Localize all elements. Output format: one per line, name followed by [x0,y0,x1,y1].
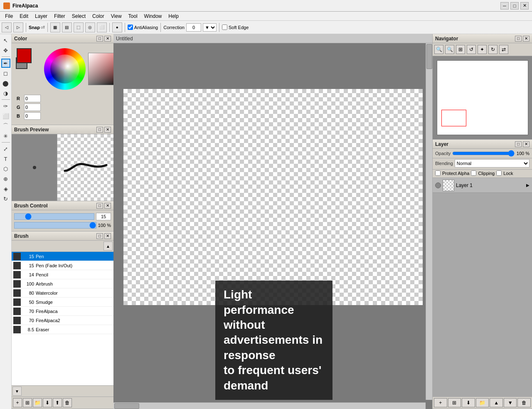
color-gradient-box[interactable] [88,53,113,85]
menu-help[interactable]: Help [165,12,182,20]
lock-checkbox[interactable] [496,170,502,176]
toolbar-forward-button[interactable]: ▷ [13,22,23,32]
gradient-tool[interactable]: ◑ [1,89,10,98]
layer-visibility-toggle[interactable] [435,182,441,188]
brush-control-expand[interactable]: □ [96,203,103,209]
grid-button-3[interactable]: ⬚ [74,22,84,32]
menu-layer[interactable]: Layer [32,12,51,20]
brush-export-button[interactable]: ⬆ [53,398,62,407]
move-tool[interactable]: ↖ [1,36,10,45]
layer-move-up-button[interactable]: ▲ [490,398,503,407]
menu-filter[interactable]: Filter [51,12,69,20]
layer-add-button[interactable]: + [434,398,447,407]
nav-rotate-cw[interactable]: ↻ [488,45,498,54]
nav-rotate-ccw[interactable]: ↺ [467,45,476,54]
brush-dot-button[interactable]: ● [112,22,122,32]
close-button[interactable]: ✕ [520,2,529,10]
fill-tool[interactable]: ⬤ [1,79,10,88]
color-panel-expand[interactable]: □ [96,36,103,42]
brush-delete-button[interactable]: 🗑 [63,398,72,407]
scroll-thumb-v[interactable] [426,44,432,69]
brush-preview-expand[interactable]: □ [96,127,103,133]
brush-list-item[interactable]: 15 Pen (Fade In/Out) [12,261,113,270]
toolbar-back-button[interactable]: ◁ [2,22,12,32]
eraser-tool[interactable]: ◻ [1,69,10,78]
layer-move-down-button[interactable]: ▼ [504,398,517,407]
clone-tool[interactable]: ⊕ [1,174,10,183]
opacity-slider[interactable] [452,150,515,156]
clipping-checkbox[interactable] [471,170,476,176]
nav-zoom-out[interactable]: 🔍 [434,45,443,54]
brush-list-item[interactable]: 70 FireAlpaca [12,307,113,316]
pen-tool[interactable]: ✒ [1,59,10,68]
select-magic-tool[interactable]: ✳ [1,131,10,140]
text-tool[interactable]: T [1,154,10,163]
brush-preview-close[interactable]: ✕ [104,127,111,133]
size-slider[interactable] [14,213,94,220]
blending-select[interactable]: Normal Multiply Screen Overlay [455,159,530,168]
nav-zoom-fit[interactable]: ⊞ [456,45,465,54]
grid-button-1[interactable]: ▦ [50,22,60,32]
brush-folder-button[interactable]: 📁 [33,398,42,407]
canvas-drawing[interactable] [123,89,423,305]
brush-list-item[interactable]: 80 Watercolor [12,288,113,298]
navigator-expand[interactable]: □ [515,36,522,42]
nav-canvas[interactable] [437,60,528,135]
g-input[interactable] [24,103,41,111]
layer-merge-button[interactable]: ⬇ [462,398,475,407]
layer-duplicate-button[interactable]: ⊞ [448,398,461,407]
nav-zoom-in[interactable]: 🔍 [445,45,454,54]
b-input[interactable] [24,112,41,120]
color-panel-close[interactable]: ✕ [104,36,111,42]
brush-panel-expand[interactable]: □ [96,233,103,239]
layer-delete-button[interactable]: 🗑 [517,398,531,407]
select-button[interactable]: ⬜ [97,22,107,32]
nav-flip[interactable]: ⇄ [499,45,508,54]
menu-view[interactable]: View [108,12,125,20]
brush-list-item[interactable]: 50 Smudge [12,298,113,307]
brush-scroll-down[interactable]: ▼ [12,387,22,396]
brush-list-item[interactable]: 70 FireAlpaca2 [12,316,113,325]
navigator-close[interactable]: ✕ [523,36,530,42]
size-input[interactable] [96,213,111,220]
layer-item[interactable]: Layer 1 ▶ [433,178,532,193]
select-rect-tool[interactable]: ⬜ [1,111,10,121]
grid-button-2[interactable]: ▤ [62,22,72,32]
canvas-scrollbar-v[interactable] [426,43,432,400]
brush-panel-close[interactable]: ✕ [104,233,111,239]
restore-button[interactable]: □ [510,2,519,10]
r-input[interactable] [24,95,41,102]
hand-tool[interactable]: ✥ [1,46,10,55]
eyedropper-tool[interactable]: ✑ [1,101,10,111]
menu-color[interactable]: Color [89,12,108,20]
brush-duplicate-button[interactable]: ⊞ [23,398,32,407]
circle-grid-button[interactable]: ◎ [85,22,95,32]
scroll-thumb-h[interactable] [114,403,139,409]
layer-panel-expand[interactable]: □ [515,141,522,147]
correction-select[interactable]: ▼ [203,23,217,32]
brush-list-item[interactable]: 14 Pencil [12,270,113,279]
protect-alpha-checkbox[interactable] [435,170,441,176]
antialiasing-checkbox[interactable] [128,25,133,30]
canvas-scrollbar-h[interactable] [113,402,426,409]
menu-tool[interactable]: Tool [125,12,141,20]
brush-list-item[interactable]: 100 Airbrush [12,279,113,288]
menu-select[interactable]: Select [69,12,89,20]
correction-input[interactable] [186,23,201,32]
smudge-tool[interactable]: ◈ [1,184,10,193]
layer-panel-close[interactable]: ✕ [523,141,530,147]
opacity-slider[interactable] [14,222,96,229]
menu-window[interactable]: Window [141,12,165,20]
color-wheel[interactable] [44,48,86,90]
transform-tool[interactable]: ⤢ [1,144,10,153]
brush-add-button[interactable]: + [13,398,22,407]
brush-control-close[interactable]: ✕ [104,203,111,209]
brush-list-item[interactable]: 8.5 Eraser [12,325,113,334]
vector-tool[interactable]: ⬡ [1,164,10,173]
softedge-checkbox[interactable] [222,25,227,30]
minimize-button[interactable]: ─ [500,2,509,10]
brush-import-button[interactable]: ⬇ [43,398,52,407]
nav-reset[interactable]: ✦ [478,45,487,54]
foreground-color-swatch[interactable] [17,48,32,63]
brush-list-item[interactable]: 15 Pen [12,252,113,261]
